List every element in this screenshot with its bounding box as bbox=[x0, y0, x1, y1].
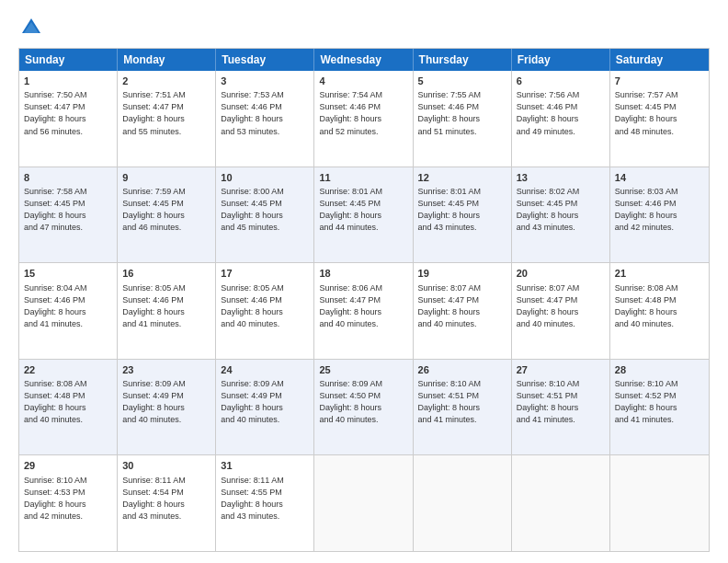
cell-info: Sunrise: 8:04 AMSunset: 4:46 PMDaylight:… bbox=[24, 282, 112, 330]
day-number: 30 bbox=[122, 459, 210, 473]
calendar-cell: 16Sunrise: 8:05 AMSunset: 4:46 PMDayligh… bbox=[118, 263, 216, 359]
page: SundayMondayTuesdayWednesdayThursdayFrid… bbox=[0, 0, 728, 563]
calendar-row: 29Sunrise: 8:10 AMSunset: 4:53 PMDayligh… bbox=[19, 455, 709, 551]
day-number: 7 bbox=[615, 75, 704, 88]
logo-icon bbox=[18, 15, 44, 40]
weekday-header: Wednesday bbox=[314, 49, 413, 71]
cell-info: Sunrise: 8:10 AMSunset: 4:52 PMDaylight:… bbox=[615, 378, 704, 426]
calendar-cell: 19Sunrise: 8:07 AMSunset: 4:47 PMDayligh… bbox=[414, 263, 512, 359]
calendar-cell: 21Sunrise: 8:08 AMSunset: 4:48 PMDayligh… bbox=[610, 263, 709, 359]
calendar-cell: 29Sunrise: 8:10 AMSunset: 4:53 PMDayligh… bbox=[19, 455, 118, 551]
cell-info: Sunrise: 8:09 AMSunset: 4:49 PMDaylight:… bbox=[221, 378, 309, 426]
empty-cell bbox=[512, 455, 610, 551]
calendar-cell: 7Sunrise: 7:57 AMSunset: 4:45 PMDaylight… bbox=[610, 71, 709, 167]
empty-cell bbox=[414, 455, 512, 551]
calendar-cell: 30Sunrise: 8:11 AMSunset: 4:54 PMDayligh… bbox=[118, 455, 216, 551]
calendar-cell: 24Sunrise: 8:09 AMSunset: 4:49 PMDayligh… bbox=[216, 360, 314, 455]
cell-info: Sunrise: 8:08 AMSunset: 4:48 PMDaylight:… bbox=[615, 282, 704, 330]
calendar-cell: 5Sunrise: 7:55 AMSunset: 4:46 PMDaylight… bbox=[414, 71, 512, 167]
day-number: 15 bbox=[24, 267, 112, 281]
calendar-cell: 26Sunrise: 8:10 AMSunset: 4:51 PMDayligh… bbox=[414, 360, 512, 455]
cell-info: Sunrise: 7:55 AMSunset: 4:46 PMDaylight:… bbox=[418, 89, 506, 137]
calendar-cell: 14Sunrise: 8:03 AMSunset: 4:46 PMDayligh… bbox=[610, 167, 709, 263]
cell-info: Sunrise: 7:58 AMSunset: 4:45 PMDaylight:… bbox=[24, 186, 112, 234]
calendar-header: SundayMondayTuesdayWednesdayThursdayFrid… bbox=[19, 49, 709, 71]
cell-info: Sunrise: 8:01 AMSunset: 4:45 PMDaylight:… bbox=[418, 186, 506, 234]
calendar-cell: 18Sunrise: 8:06 AMSunset: 4:47 PMDayligh… bbox=[314, 263, 413, 359]
day-number: 29 bbox=[24, 459, 112, 473]
calendar-cell: 4Sunrise: 7:54 AMSunset: 4:46 PMDaylight… bbox=[314, 71, 413, 167]
day-number: 17 bbox=[221, 267, 309, 281]
day-number: 16 bbox=[122, 267, 210, 281]
day-number: 4 bbox=[319, 75, 407, 88]
calendar-row: 8Sunrise: 7:58 AMSunset: 4:45 PMDaylight… bbox=[19, 167, 709, 264]
weekday-header: Monday bbox=[118, 49, 216, 71]
cell-info: Sunrise: 7:57 AMSunset: 4:45 PMDaylight:… bbox=[615, 89, 704, 137]
calendar-cell: 12Sunrise: 8:01 AMSunset: 4:45 PMDayligh… bbox=[414, 167, 512, 263]
calendar-cell: 27Sunrise: 8:10 AMSunset: 4:51 PMDayligh… bbox=[512, 360, 610, 455]
cell-info: Sunrise: 8:10 AMSunset: 4:51 PMDaylight:… bbox=[517, 378, 605, 426]
calendar-cell: 15Sunrise: 8:04 AMSunset: 4:46 PMDayligh… bbox=[19, 263, 118, 359]
calendar-cell: 13Sunrise: 8:02 AMSunset: 4:45 PMDayligh… bbox=[512, 167, 610, 263]
cell-info: Sunrise: 8:08 AMSunset: 4:48 PMDaylight:… bbox=[24, 378, 112, 426]
calendar-cell: 10Sunrise: 8:00 AMSunset: 4:45 PMDayligh… bbox=[216, 167, 314, 263]
calendar-cell: 31Sunrise: 8:11 AMSunset: 4:55 PMDayligh… bbox=[216, 455, 314, 551]
day-number: 12 bbox=[418, 171, 506, 185]
calendar-row: 15Sunrise: 8:04 AMSunset: 4:46 PMDayligh… bbox=[19, 263, 709, 360]
cell-info: Sunrise: 7:54 AMSunset: 4:46 PMDaylight:… bbox=[319, 89, 407, 137]
calendar-cell: 3Sunrise: 7:53 AMSunset: 4:46 PMDaylight… bbox=[216, 71, 314, 167]
cell-info: Sunrise: 8:03 AMSunset: 4:46 PMDaylight:… bbox=[615, 186, 704, 234]
day-number: 26 bbox=[418, 363, 506, 377]
calendar-row: 1Sunrise: 7:50 AMSunset: 4:47 PMDaylight… bbox=[19, 71, 709, 167]
cell-info: Sunrise: 8:09 AMSunset: 4:49 PMDaylight:… bbox=[122, 378, 210, 426]
day-number: 20 bbox=[517, 267, 605, 281]
empty-cell bbox=[314, 455, 413, 551]
calendar-cell: 23Sunrise: 8:09 AMSunset: 4:49 PMDayligh… bbox=[118, 360, 216, 455]
cell-info: Sunrise: 8:01 AMSunset: 4:45 PMDaylight:… bbox=[319, 186, 407, 234]
cell-info: Sunrise: 8:07 AMSunset: 4:47 PMDaylight:… bbox=[517, 282, 605, 330]
calendar: SundayMondayTuesdayWednesdayThursdayFrid… bbox=[18, 48, 710, 552]
calendar-cell: 8Sunrise: 7:58 AMSunset: 4:45 PMDaylight… bbox=[19, 167, 118, 263]
header bbox=[18, 15, 710, 40]
cell-info: Sunrise: 8:07 AMSunset: 4:47 PMDaylight:… bbox=[418, 282, 506, 330]
cell-info: Sunrise: 8:00 AMSunset: 4:45 PMDaylight:… bbox=[221, 186, 309, 234]
cell-info: Sunrise: 8:11 AMSunset: 4:55 PMDaylight:… bbox=[221, 475, 309, 523]
weekday-header: Friday bbox=[512, 49, 610, 71]
calendar-cell: 22Sunrise: 8:08 AMSunset: 4:48 PMDayligh… bbox=[19, 360, 118, 455]
calendar-cell: 25Sunrise: 8:09 AMSunset: 4:50 PMDayligh… bbox=[314, 360, 413, 455]
cell-info: Sunrise: 7:53 AMSunset: 4:46 PMDaylight:… bbox=[221, 89, 309, 137]
day-number: 28 bbox=[615, 363, 704, 377]
calendar-cell: 17Sunrise: 8:05 AMSunset: 4:46 PMDayligh… bbox=[216, 263, 314, 359]
cell-info: Sunrise: 7:50 AMSunset: 4:47 PMDaylight:… bbox=[24, 89, 112, 137]
cell-info: Sunrise: 8:06 AMSunset: 4:47 PMDaylight:… bbox=[319, 282, 407, 330]
calendar-body: 1Sunrise: 7:50 AMSunset: 4:47 PMDaylight… bbox=[19, 71, 709, 551]
cell-info: Sunrise: 8:11 AMSunset: 4:54 PMDaylight:… bbox=[122, 475, 210, 523]
day-number: 6 bbox=[517, 75, 605, 88]
calendar-cell: 2Sunrise: 7:51 AMSunset: 4:47 PMDaylight… bbox=[118, 71, 216, 167]
cell-info: Sunrise: 8:10 AMSunset: 4:53 PMDaylight:… bbox=[24, 475, 112, 523]
day-number: 27 bbox=[517, 363, 605, 377]
calendar-cell: 20Sunrise: 8:07 AMSunset: 4:47 PMDayligh… bbox=[512, 263, 610, 359]
calendar-cell: 1Sunrise: 7:50 AMSunset: 4:47 PMDaylight… bbox=[19, 71, 118, 167]
day-number: 11 bbox=[319, 171, 407, 185]
weekday-header: Tuesday bbox=[216, 49, 314, 71]
day-number: 23 bbox=[122, 363, 210, 377]
day-number: 24 bbox=[221, 363, 309, 377]
day-number: 19 bbox=[418, 267, 506, 281]
cell-info: Sunrise: 8:10 AMSunset: 4:51 PMDaylight:… bbox=[418, 378, 506, 426]
weekday-header: Thursday bbox=[414, 49, 512, 71]
day-number: 9 bbox=[122, 171, 210, 185]
day-number: 3 bbox=[221, 75, 309, 88]
empty-cell bbox=[610, 455, 709, 551]
calendar-cell: 11Sunrise: 8:01 AMSunset: 4:45 PMDayligh… bbox=[314, 167, 413, 263]
calendar-cell: 28Sunrise: 8:10 AMSunset: 4:52 PMDayligh… bbox=[610, 360, 709, 455]
calendar-cell: 6Sunrise: 7:56 AMSunset: 4:46 PMDaylight… bbox=[512, 71, 610, 167]
calendar-row: 22Sunrise: 8:08 AMSunset: 4:48 PMDayligh… bbox=[19, 360, 709, 456]
day-number: 13 bbox=[517, 171, 605, 185]
weekday-header: Sunday bbox=[19, 49, 118, 71]
day-number: 2 bbox=[122, 75, 210, 88]
cell-info: Sunrise: 8:05 AMSunset: 4:46 PMDaylight:… bbox=[122, 282, 210, 330]
day-number: 22 bbox=[24, 363, 112, 377]
cell-info: Sunrise: 7:51 AMSunset: 4:47 PMDaylight:… bbox=[122, 89, 210, 137]
day-number: 5 bbox=[418, 75, 506, 88]
